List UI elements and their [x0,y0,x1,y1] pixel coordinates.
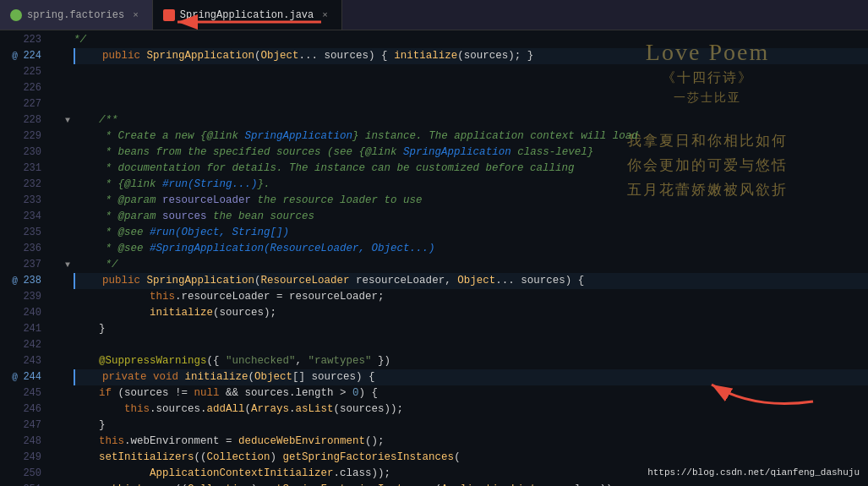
line-num-231: 231 [0,161,41,177]
fold-241 [62,321,74,337]
spring-icon [10,9,22,21]
tab-spring-application-label: SpringApplication.java [180,9,314,21]
code-line-243[interactable]: @SuppressWarnings({ "unchecked", "rawtyp… [74,353,868,369]
fold-251 [62,482,74,486]
line-num-239: 239 [0,289,41,305]
fold-235 [62,225,74,241]
bp-224[interactable] [50,47,58,56]
bp-228[interactable] [50,95,58,103]
line-num-238: @ 238 [0,273,41,289]
fold-231 [62,161,74,177]
bp-252[interactable] [50,379,58,387]
bp-234[interactable] [50,166,58,174]
line-num-240: 240 [0,305,41,321]
code-line-236[interactable]: * @see #SpringApplication(ResourceLoader… [74,241,868,257]
tab-spring-factories-close[interactable]: × [129,8,142,22]
code-line-237[interactable]: */ [74,257,868,273]
code-line-232[interactable]: * {@link #run(String...)}. [74,177,868,193]
code-line-230[interactable]: * beans from the specified sources (see … [74,145,868,161]
fold-244 [62,369,74,385]
line-num-250: 250 [0,466,41,482]
code-line-238[interactable]: public SpringApplication(ResourceLoader … [74,273,868,289]
tab-spring-application[interactable]: SpringApplication.java × [153,0,342,30]
line-num-237: 237 [0,257,41,273]
line-num-228: 228 [0,112,41,128]
tab-spring-application-close[interactable]: × [319,8,331,22]
code-line-231[interactable]: * documentation for details. The instanc… [74,161,868,177]
fold-248 [62,434,74,450]
bp-248[interactable] [50,331,58,340]
bp-241[interactable] [50,248,58,257]
bp-236[interactable] [50,189,58,198]
bp-223[interactable] [50,35,58,44]
code-line-233[interactable]: * @param resourceLoader the resource loa… [74,193,868,209]
code-line-225[interactable] [74,64,868,80]
bp-240[interactable] [50,237,58,245]
bp-225[interactable] [50,59,58,68]
code-line-240[interactable]: initialize(sources); [74,305,868,321]
bp-227[interactable] [50,83,58,91]
code-line-251[interactable]: setListeners((Collection) getSpringFacto… [74,482,868,486]
line-num-236: 236 [0,241,41,257]
bp-247[interactable] [50,319,58,328]
line-num-226: 226 [0,80,41,96]
fold-250 [62,466,74,482]
code-line-249[interactable]: setInitializers((Collection) getSpringFa… [74,450,868,466]
line-num-232: 232 [0,177,41,193]
bp-230[interactable] [50,118,58,127]
code-line-223[interactable]: */ [74,32,868,48]
fold-242 [62,337,74,353]
bp-249[interactable] [50,343,58,352]
tab-spring-factories[interactable]: spring.factories × [0,0,153,30]
bp-233[interactable] [50,154,58,162]
code-line-239[interactable]: this.resourceLoader = resourceLoader; [74,289,868,305]
bp-231[interactable] [50,130,58,139]
fold-227 [62,96,74,112]
bp-239[interactable] [50,225,58,233]
bp-251[interactable] [50,367,58,375]
code-line-229[interactable]: * Create a new {@link SpringApplication}… [74,128,868,145]
bp-250[interactable] [50,355,58,363]
bp-242[interactable] [50,260,58,269]
bp-243[interactable] [50,272,58,281]
fold-245 [62,385,74,401]
fold-238 [62,273,74,289]
bp-226[interactable] [50,71,58,79]
code-line-245[interactable]: if (sources != null && sources.length > … [74,385,868,401]
code-line-224[interactable]: public SpringApplication(Object... sourc… [74,48,868,64]
fold-236 [62,241,74,257]
fold-228[interactable]: ▼ [62,112,74,128]
line-num-227: 227 [0,96,41,112]
line-num-247: 247 [0,418,41,434]
tab-spring-factories-label: spring.factories [27,9,124,21]
code-line-242[interactable] [74,337,868,353]
bp-244[interactable] [50,284,58,292]
code-line-226[interactable] [74,80,868,96]
code-line-228[interactable]: /** [74,112,868,128]
code-line-246[interactable]: this.sources.addAll(Arrays.asList(source… [74,401,868,418]
code-line-244[interactable]: private void initialize(Object[] sources… [74,369,868,385]
code-line-235[interactable]: * @see #run(Object, String[]) [74,225,868,241]
bp-246[interactable] [50,308,58,316]
code-line-241[interactable]: } [74,321,868,337]
fold-246 [62,401,74,418]
code-line-250[interactable]: ApplicationContextInitializer.class)); [74,466,868,482]
line-num-244: @ 244 [0,369,41,385]
fold-229 [62,128,74,145]
bp-232[interactable] [50,142,58,150]
code-line-234[interactable]: * @param sources the bean sources [74,209,868,225]
bp-245[interactable] [50,296,58,304]
bp-235[interactable] [50,177,58,186]
code-line-227[interactable] [74,96,868,112]
code-line-247[interactable]: } [74,418,868,434]
fold-237[interactable]: ▼ [62,257,74,273]
bp-253[interactable] [50,390,58,399]
line-num-223: 223 [0,32,41,48]
bp-238[interactable] [50,213,58,221]
breakpoint-column [46,30,62,486]
bp-229[interactable] [50,106,58,115]
bp-237[interactable] [50,201,58,210]
line-num-245: 245 [0,385,41,401]
code-content[interactable]: */ public SpringApplication(Object... so… [74,30,868,486]
code-line-248[interactable]: this.webEnvironment = deduceWebEnvironme… [74,434,868,450]
